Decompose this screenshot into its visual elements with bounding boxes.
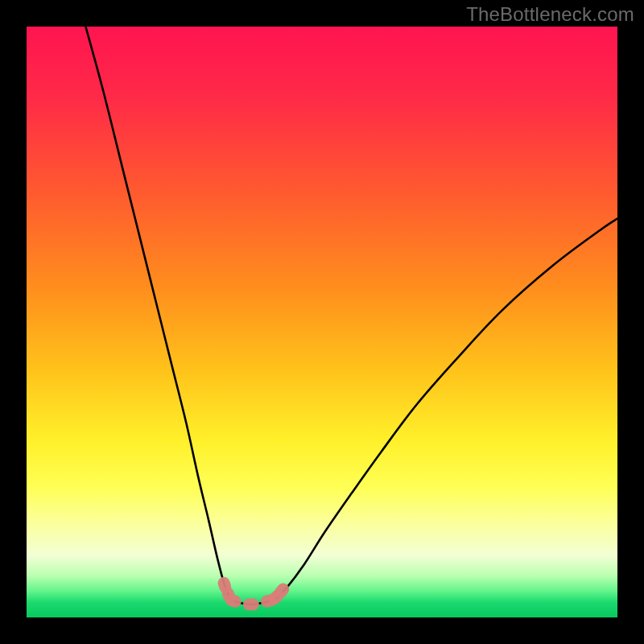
curve-marker [243, 598, 259, 610]
attribution-label: TheBottleneck.com [466, 3, 634, 26]
gradient-background [27, 27, 617, 617]
chart-svg [27, 27, 617, 617]
plot-area [27, 27, 617, 617]
chart-frame: TheBottleneck.com [0, 0, 644, 644]
